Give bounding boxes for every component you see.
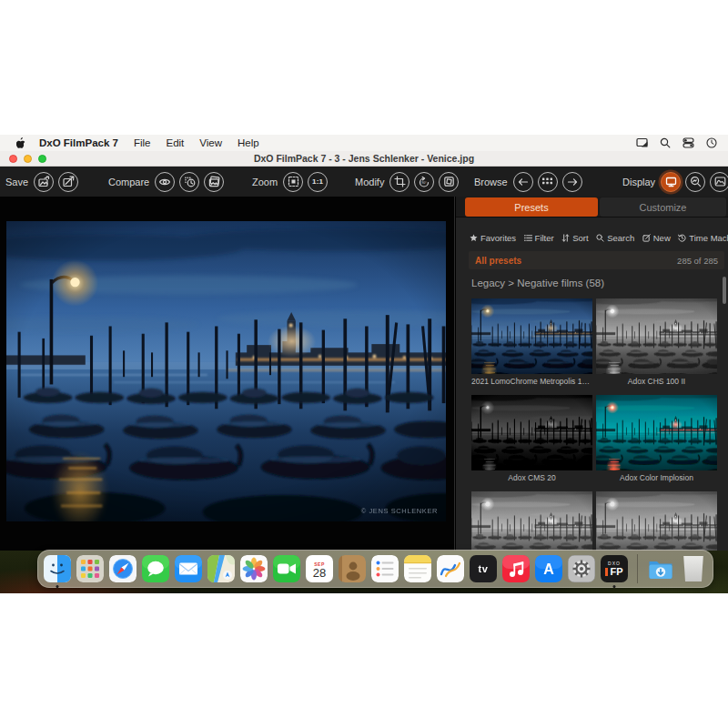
filter-button[interactable]: Filter xyxy=(524,233,554,243)
apple-menu[interactable] xyxy=(16,137,26,149)
display-screen-button[interactable] xyxy=(661,172,681,192)
sort-button[interactable]: Sort xyxy=(561,233,588,243)
dock-apple-tv[interactable]: tv xyxy=(470,555,497,582)
venice-photo xyxy=(6,221,446,521)
dock-downloads[interactable] xyxy=(647,555,674,582)
workspace: © JENS SCHLENKER Presets Customize Favor… xyxy=(0,197,728,551)
maps-icon xyxy=(207,555,235,582)
dock-messages[interactable] xyxy=(142,555,169,582)
tab-presets[interactable]: Presets xyxy=(465,197,598,217)
dock-facetime[interactable] xyxy=(273,555,300,582)
photos-icon xyxy=(240,555,268,582)
save-label: Save xyxy=(5,177,28,187)
image-stack-icon xyxy=(208,176,220,187)
crop-button[interactable] xyxy=(389,172,410,192)
menu-file[interactable]: File xyxy=(134,137,151,148)
loupe-image-icon xyxy=(690,176,702,187)
app-toolbar: Save Compare Zoom 1:1 xyxy=(0,167,728,197)
dock-system-settings[interactable] xyxy=(568,555,595,582)
zoom-group: Zoom 1:1 xyxy=(252,167,328,197)
export-edited-button[interactable] xyxy=(58,172,78,192)
filter-list-icon xyxy=(524,234,532,242)
tab-customize[interactable]: Customize xyxy=(600,197,726,217)
compare-label: Compare xyxy=(108,177,149,187)
dock-music[interactable] xyxy=(502,555,530,582)
dock-photos[interactable] xyxy=(240,555,268,582)
dock-launchpad[interactable] xyxy=(76,555,104,582)
menubar-app-name[interactable]: DxO FilmPack 7 xyxy=(39,137,118,148)
new-preset-button[interactable]: New xyxy=(642,233,671,243)
dock-reminders[interactable] xyxy=(371,555,399,582)
minimize-button[interactable] xyxy=(24,155,32,163)
dock-mail[interactable] xyxy=(175,555,202,582)
thumbnail-grid-button[interactable] xyxy=(538,172,558,192)
desktop-screen: DxO FilmPack 7 File Edit View Help DxO F… xyxy=(0,135,728,593)
next-image-button[interactable] xyxy=(562,172,582,192)
rotate-90-button[interactable]: 90° xyxy=(414,172,434,192)
display-histogram-button[interactable] xyxy=(710,172,728,192)
browse-label: Browse xyxy=(474,177,508,187)
dock-notes[interactable] xyxy=(404,555,431,582)
sort-icon xyxy=(561,234,570,242)
compare-collection-button[interactable] xyxy=(204,172,224,192)
clock-icon[interactable] xyxy=(706,137,717,148)
preset-thumbnail[interactable]: 2021 LomoChrome Metropolis 100-... xyxy=(471,298,592,386)
preset-thumbnail[interactable] xyxy=(471,491,592,551)
dock-trash[interactable] xyxy=(680,555,707,582)
main-photo[interactable]: © JENS SCHLENKER xyxy=(6,221,446,521)
downloads-folder-icon xyxy=(647,555,674,582)
time-machine-icon xyxy=(678,234,686,242)
dxo-fp-label: FP xyxy=(610,567,622,577)
zoom-100-button[interactable]: 1:1 xyxy=(308,172,328,192)
facetime-icon xyxy=(273,555,300,582)
compare-history-button[interactable] xyxy=(179,172,199,192)
preset-thumbnail[interactable]: Adox CHS 100 II xyxy=(596,298,717,386)
control-center-icon[interactable] xyxy=(682,137,694,148)
menu-edit[interactable]: Edit xyxy=(166,137,184,148)
presets-panel: Presets Customize Favorites Filter Sort xyxy=(456,197,728,551)
dock-finder[interactable] xyxy=(44,555,71,582)
frame-button[interactable] xyxy=(439,172,459,192)
spotlight-icon[interactable] xyxy=(660,137,671,148)
dock-dxo-filmpack[interactable]: DXO FP xyxy=(601,555,628,582)
preset-thumbnail[interactable] xyxy=(596,491,717,551)
time-machine-button[interactable]: Time Machine xyxy=(678,233,728,243)
compare-preview-button[interactable] xyxy=(155,172,175,192)
screen-mirroring-icon[interactable] xyxy=(636,137,648,148)
zoom-window-button[interactable] xyxy=(38,155,46,163)
modify-label: Modify xyxy=(355,177,384,187)
section-title[interactable]: Legacy > Negative films (58) xyxy=(471,278,604,288)
preset-thumbnail[interactable]: Adox CMS 20 xyxy=(471,395,592,482)
favorites-button[interactable]: Favorites xyxy=(470,233,516,243)
panel-scrollbar[interactable] xyxy=(723,277,726,304)
arrow-left-icon xyxy=(518,177,529,187)
dock-freeform[interactable] xyxy=(437,555,464,582)
dock-contacts[interactable] xyxy=(339,555,366,582)
dock-maps[interactable] xyxy=(207,555,235,582)
dock-calendar[interactable]: SEP 28 xyxy=(306,555,333,582)
all-presets-filter[interactable]: All presets 285 of 285 xyxy=(469,251,724,269)
apple-tv-label: tv xyxy=(479,563,489,574)
search-button[interactable]: Search xyxy=(596,233,634,243)
display-loupe-button[interactable] xyxy=(685,172,705,192)
preset-thumbnail[interactable]: Adox Color Implosion xyxy=(596,395,717,482)
preset-label: Adox Color Implosion xyxy=(596,473,717,482)
presets-actions-bar: Favorites Filter Sort Search New xyxy=(470,233,723,243)
dock-safari[interactable] xyxy=(109,555,136,582)
crop-icon xyxy=(394,176,406,187)
launchpad-icon xyxy=(76,555,104,582)
previous-image-button[interactable] xyxy=(513,172,533,192)
export-image-button[interactable] xyxy=(34,172,54,192)
menu-help[interactable]: Help xyxy=(238,137,259,148)
zoom-fit-button[interactable] xyxy=(283,172,303,192)
rotate-90-icon: 90° xyxy=(418,176,430,188)
image-canvas: © JENS SCHLENKER xyxy=(0,197,455,551)
preset-label: Adox CMS 20 xyxy=(471,473,592,482)
display-label: Display xyxy=(622,177,655,187)
menu-view[interactable]: View xyxy=(199,137,222,148)
presets-count: 285 of 285 xyxy=(677,256,718,266)
dock-app-store[interactable]: A xyxy=(535,555,562,582)
close-button[interactable] xyxy=(9,155,17,163)
new-pencil-icon xyxy=(642,234,651,242)
notes-icon xyxy=(404,555,431,582)
